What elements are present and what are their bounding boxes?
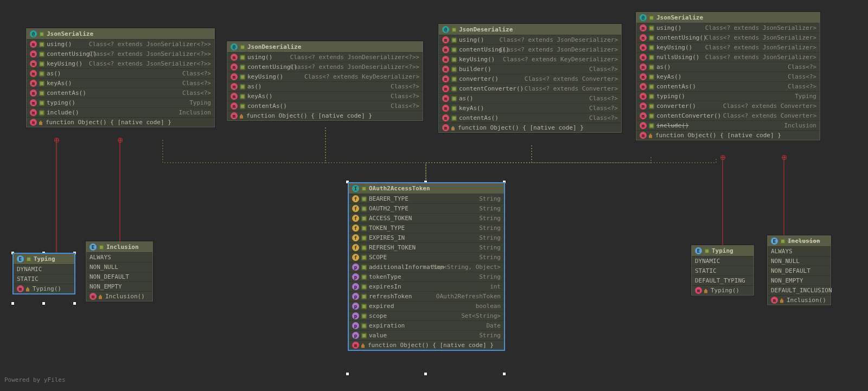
member-row[interactable]: builder()Class<?> [439, 64, 621, 74]
member-row[interactable]: keyUsing()Class<? extends JsonSerializer… [27, 59, 214, 68]
member-row[interactable]: include()Inclusion [27, 107, 214, 117]
member-row[interactable]: typing()Typing [27, 98, 214, 107]
member-row[interactable]: converter()Class<? extends Converter> [636, 101, 820, 111]
constructor-row[interactable]: function Object() { [native code] } [349, 340, 504, 350]
member-row[interactable]: using()Class<? extends JsonDeserializer<… [227, 52, 423, 62]
constructor-row[interactable]: Inclusion() [86, 291, 152, 301]
box-header[interactable]: Typing [14, 254, 74, 264]
selection-handle-s[interactable] [424, 372, 427, 376]
member-row[interactable]: as()Class<?> [227, 81, 423, 91]
member-row[interactable]: NON_NULL [86, 262, 152, 272]
member-row[interactable]: contentUsing()Class<? extends JsonSerial… [636, 33, 820, 42]
member-name: NON_NULL [90, 264, 118, 271]
member-row[interactable]: ALWAYS [768, 246, 831, 256]
selection-handle-se[interactable] [73, 302, 76, 305]
member-row[interactable]: converter()Class<? extends Converter> [439, 74, 621, 84]
member-row[interactable]: STATIC [14, 274, 74, 284]
member-row[interactable]: using()Class<? extends JsonSerializer<?>… [27, 39, 214, 49]
member-row[interactable]: DYNAMIC [692, 256, 754, 266]
uml-box-jsonDeserializeB[interactable]: JsonDeserializeusing()Class<? extends Js… [438, 24, 622, 133]
box-header[interactable]: Inclusion [768, 236, 831, 246]
member-row[interactable]: contentAs()Class<?> [636, 81, 820, 91]
member-row[interactable]: contentConverter()Class<? extends Conver… [439, 84, 621, 93]
member-row[interactable]: tokenTypeString [349, 272, 504, 281]
selection-handle-se[interactable] [502, 372, 506, 376]
constructor-row[interactable]: function Object() { [native code] } [227, 111, 423, 120]
constructor-row[interactable]: Inclusion() [768, 295, 831, 305]
constructor-row[interactable]: function Object() { [native code] } [439, 123, 621, 132]
member-row[interactable]: STATIC [692, 266, 754, 275]
member-row[interactable]: expiresInint [349, 281, 504, 291]
member-row[interactable]: ALWAYS [86, 252, 152, 262]
member-row[interactable]: using()Class<? extends JsonSerializer> [636, 23, 820, 33]
member-row[interactable]: expirationDate [349, 321, 504, 330]
member-row[interactable]: keyAs()Class<?> [439, 103, 621, 113]
constructor-row[interactable]: Typing() [14, 284, 74, 293]
member-row[interactable]: NON_DEFAULT [768, 266, 831, 275]
member-row[interactable]: contentUsing()Class<? extends JsonSerial… [27, 49, 214, 59]
member-row[interactable]: contentAs()Class<?> [439, 113, 621, 123]
member-row[interactable]: include()Inclusion [636, 120, 820, 130]
constructor-row[interactable]: function Object() { [native code] } [27, 117, 214, 127]
member-row[interactable]: NON_DEFAULT [86, 272, 152, 281]
member-row[interactable]: scopeSet<String> [349, 311, 504, 321]
member-row[interactable]: NON_EMPTY [768, 275, 831, 285]
uml-box-jsonDeserializeA[interactable]: JsonDeserializeusing()Class<? extends Js… [227, 41, 423, 121]
member-row[interactable]: DYNAMIC [14, 264, 74, 274]
uml-box-jsonSerializeB[interactable]: JsonSerializeusing()Class<? extends Json… [636, 12, 820, 140]
member-row[interactable]: refreshTokenOAuth2RefreshToken [349, 291, 504, 301]
constructor-row[interactable]: function Object() { [native code] } [636, 130, 820, 140]
box-header[interactable]: JsonDeserialize [439, 24, 621, 35]
member-row[interactable]: ACCESS_TOKENString [349, 213, 504, 223]
selection-handle-sw[interactable] [346, 372, 349, 376]
selection-handle-sw[interactable] [11, 302, 15, 305]
member-row[interactable]: nullsUsing()Class<? extends JsonSerializ… [636, 52, 820, 62]
member-row[interactable]: EXPIRES_INString [349, 233, 504, 242]
method-icon [30, 60, 37, 67]
selection-handle-s[interactable] [42, 302, 46, 305]
member-row[interactable]: contentConverter()Class<? extends Conver… [636, 111, 820, 120]
member-row[interactable]: additionalInformationMap<String, Object> [349, 262, 504, 272]
member-row[interactable]: keyAs()Class<?> [636, 72, 820, 81]
box-header[interactable]: JsonSerialize [636, 12, 820, 23]
box-header[interactable]: Typing [692, 246, 754, 256]
member-row[interactable]: BEARER_TYPEString [349, 194, 504, 203]
uml-box-inclusionA[interactable]: InclusionALWAYSNON_NULLNON_DEFAULTNON_EM… [86, 241, 153, 302]
member-row[interactable]: using()Class<? extends JsonDeserializer> [439, 35, 621, 44]
constructor-row[interactable]: Typing() [692, 285, 754, 295]
uml-box-jsonSerializeA[interactable]: JsonSerializeusing()Class<? extends Json… [26, 28, 215, 127]
member-row[interactable]: keyUsing()Class<? extends KeyDeserialize… [439, 54, 621, 64]
box-header[interactable]: OAuth2AccessToken [349, 183, 504, 194]
member-row[interactable]: SCOPEString [349, 252, 504, 262]
member-row[interactable]: DEFAULT_INCLUSION [768, 285, 831, 295]
uml-box-typingB[interactable]: TypingDYNAMICSTATICDEFAULT_TYPINGTyping(… [691, 245, 754, 296]
member-row[interactable]: valueString [349, 330, 504, 340]
member-row[interactable]: keyUsing()Class<? extends KeyDeserialize… [227, 72, 423, 81]
member-row[interactable]: DEFAULT_TYPING [692, 275, 754, 285]
member-row[interactable]: keyUsing()Class<? extends JsonSerializer… [636, 42, 820, 52]
member-row[interactable]: contentAs()Class<?> [27, 88, 214, 98]
member-row[interactable]: keyAs()Class<?> [227, 91, 423, 101]
uml-box-inclusionB[interactable]: InclusionALWAYSNON_NULLNON_DEFAULTNON_EM… [767, 235, 831, 305]
box-header[interactable]: JsonSerialize [27, 29, 214, 39]
member-row[interactable]: TOKEN_TYPEString [349, 223, 504, 233]
member-name: contentUsing() [656, 34, 707, 41]
member-row[interactable]: as()Class<?> [636, 62, 820, 72]
member-row[interactable]: contentAs()Class<?> [227, 101, 423, 111]
uml-box-typingA[interactable]: TypingDYNAMICSTATICTyping() [13, 253, 75, 294]
diagram-canvas[interactable]: JsonSerializeusing()Class<? extends Json… [0, 0, 868, 391]
box-header[interactable]: JsonDeserialize [227, 42, 423, 52]
uml-box-oauth[interactable]: OAuth2AccessTokenBEARER_TYPEStringOAUTH2… [348, 183, 505, 350]
member-row[interactable]: as()Class<?> [439, 93, 621, 103]
member-row[interactable]: keyAs()Class<?> [27, 78, 214, 88]
member-row[interactable]: typing()Typing [636, 91, 820, 101]
member-row[interactable]: OAUTH2_TYPEString [349, 203, 504, 213]
member-row[interactable]: NON_EMPTY [86, 281, 152, 291]
box-header[interactable]: Inclusion [86, 242, 152, 252]
member-row[interactable]: as()Class<?> [27, 68, 214, 78]
member-row[interactable]: REFRESH_TOKENString [349, 242, 504, 252]
member-row[interactable]: contentUsing()Class<? extends JsonDeseri… [227, 62, 423, 72]
member-row[interactable]: contentUsing()Class<? extends JsonDeseri… [439, 44, 621, 54]
member-row[interactable]: NON_NULL [768, 256, 831, 266]
member-row[interactable]: expiredboolean [349, 301, 504, 311]
